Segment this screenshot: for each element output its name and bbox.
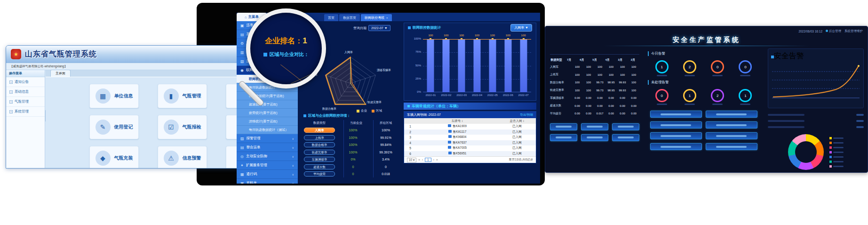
action-button[interactable] bbox=[550, 123, 577, 130]
legend-label-placeholder bbox=[833, 156, 844, 158]
metric-pill-button[interactable]: 平均疲劳 bbox=[304, 171, 335, 177]
nav-item[interactable]: ◎ 主动安全防御 ∨ bbox=[237, 152, 298, 161]
legend-item bbox=[829, 142, 844, 144]
vehicle-detail-tab[interactable]: 车辆入网明细 -2022-07 bbox=[407, 112, 441, 117]
action-button[interactable] bbox=[650, 132, 702, 139]
monthly-header-cell: 2月 bbox=[627, 58, 639, 62]
workspace-tab[interactable]: 首页 bbox=[324, 14, 338, 21]
submenu-item[interactable]: 疲劳统计(基于运政) bbox=[237, 109, 298, 117]
metric-pill-button[interactable]: 超速次数 bbox=[304, 164, 335, 169]
expand-plus-icon[interactable]: + bbox=[9, 110, 13, 113]
active-workspace-tab[interactable]: 联网联控考核 × bbox=[361, 14, 392, 21]
table-row[interactable]: 3 鲁K96804 已入网 bbox=[404, 135, 536, 140]
tab-strip: 主界面 bbox=[46, 70, 263, 77]
title-bar: ★ 山东省气瓶管理系统 bbox=[6, 46, 263, 63]
metric-label: 上线车 bbox=[550, 72, 572, 77]
action-button[interactable] bbox=[650, 143, 702, 150]
region-value: 99.84% bbox=[371, 143, 400, 146]
metric-pill-button[interactable]: 上线率 bbox=[304, 135, 335, 140]
table-row[interactable]: 1 鲁KA1909 已入网 bbox=[404, 124, 536, 129]
ring-gauge: 2 bbox=[683, 60, 696, 73]
bar bbox=[458, 40, 465, 92]
dashboard-body: 数据类型7月6月5月4月3月2月 入网车 100 100 100 100 100 bbox=[550, 48, 864, 169]
submenu-item[interactable]: 轨迹数据统计(基于运政) bbox=[237, 92, 298, 100]
table-row[interactable]: 4 鲁KA7637 已入网 bbox=[404, 140, 536, 146]
action-button[interactable] bbox=[612, 123, 639, 130]
module-tile-icon: ⚠ bbox=[164, 151, 179, 166]
date-select[interactable]: 2022-07 ▼ bbox=[368, 25, 390, 31]
workspace-tab[interactable]: 数据首页 bbox=[339, 14, 360, 21]
table-row[interactable]: 5 鲁KA7005 已入网 bbox=[404, 145, 536, 151]
square-bullet-icon bbox=[263, 53, 267, 56]
status-column-header[interactable]: 是否入网 ↕ bbox=[498, 119, 536, 123]
table-row: 数据合格率 100 100 99.73 98.95 99.93 100 bbox=[550, 79, 639, 87]
ring-value: 2 bbox=[689, 65, 691, 69]
metric-pill-button[interactable]: 数据合格率 bbox=[304, 142, 335, 147]
next-page-button[interactable]: › bbox=[433, 158, 434, 161]
metric-pill-button[interactable]: 入网率 bbox=[304, 128, 335, 133]
vehicle-section-title: 车辆常规统计（单位：车辆） bbox=[412, 104, 461, 109]
page-size-select[interactable]: 10 ▾ bbox=[407, 158, 416, 162]
nav-item[interactable]: ✦ 扩展服务管理 ∨ bbox=[237, 161, 298, 170]
metric-dropdown[interactable]: 入网率 ▼ bbox=[510, 24, 532, 32]
nav-item[interactable]: ▤ 整合运单 ∨ bbox=[237, 143, 298, 152]
x-tick-label: 2022-03 bbox=[454, 94, 470, 96]
module-tile[interactable]: ◆ 气瓶充装 bbox=[89, 146, 139, 169]
prev-page-button[interactable]: ‹ bbox=[422, 158, 423, 161]
last-page-button[interactable]: » bbox=[436, 158, 438, 161]
submenu-item[interactable]: 漂移统计(基于运政) bbox=[237, 117, 298, 126]
module-tile[interactable]: ▮ 气瓶管理 bbox=[158, 84, 207, 108]
submenu-item[interactable]: 超速统计(基于运政) bbox=[237, 100, 298, 109]
sidebar-menu-item[interactable]: + 基础信息 bbox=[6, 87, 45, 97]
ring-gauge: 1 bbox=[683, 89, 696, 102]
expand-plus-icon[interactable]: + bbox=[9, 100, 13, 104]
action-button[interactable] bbox=[650, 121, 702, 129]
region-value: 99.391% bbox=[371, 151, 400, 154]
first-page-button[interactable]: « bbox=[418, 158, 420, 161]
module-tile[interactable]: ☑ 气瓶报检 bbox=[158, 115, 207, 139]
donut-legend bbox=[829, 137, 844, 168]
cell-value: 0.00 bbox=[605, 104, 617, 107]
region-value: 99.91% bbox=[371, 136, 400, 139]
tab-main-view[interactable]: 主界面 bbox=[50, 70, 71, 77]
plate-column-header[interactable]: 车牌号 ↕ bbox=[416, 119, 498, 123]
action-button[interactable] bbox=[550, 134, 577, 141]
radar-axis-label: 入网率 bbox=[344, 50, 353, 55]
metric-pill-button[interactable]: 车辆漂移率 bbox=[304, 157, 335, 162]
action-button[interactable] bbox=[706, 111, 757, 118]
query-date-label: 查询日期 bbox=[353, 26, 366, 31]
export-button[interactable]: 导出明细 bbox=[520, 112, 533, 117]
monthly-header-cell: 3月 bbox=[614, 58, 627, 62]
metric-pill-button[interactable]: 轨迹完整率 bbox=[304, 150, 335, 155]
admin-menu[interactable]: 后台管理 bbox=[826, 29, 841, 33]
action-button[interactable] bbox=[706, 121, 757, 129]
action-button[interactable] bbox=[650, 111, 702, 118]
action-button[interactable] bbox=[612, 134, 639, 141]
ring-label-placeholder bbox=[740, 104, 750, 105]
table-row[interactable]: 2 鲁KA1117 已入网 bbox=[404, 129, 536, 135]
section-pending-alerts: 未处理告警 bbox=[648, 80, 759, 85]
system-maintenance-menu[interactable]: 系统管理维护 bbox=[844, 29, 863, 33]
sidebar-menu-item[interactable]: + 气瓶管理 bbox=[6, 97, 45, 107]
action-button[interactable] bbox=[706, 143, 757, 150]
action-button[interactable] bbox=[581, 134, 608, 141]
sidebar-menu-item[interactable]: + 系统管理 bbox=[6, 107, 45, 117]
module-tile[interactable]: ✎ 使用登记 bbox=[89, 115, 139, 139]
table-row[interactable]: 6 鲁K56951 已入网 bbox=[404, 151, 536, 157]
nav-item[interactable]: ▣ 资料库 ∨ bbox=[237, 179, 298, 184]
sidebar-menu-item[interactable]: + 通知公告 bbox=[6, 77, 45, 87]
expand-plus-icon[interactable]: + bbox=[9, 80, 13, 84]
close-tab-icon[interactable]: × bbox=[386, 16, 388, 19]
submenu-item[interactable]: 每日轨迹数据统计（测试） bbox=[237, 126, 298, 134]
nav-item[interactable]: ▨ 报警管理 ∨ bbox=[237, 134, 298, 143]
page-number-input[interactable]: 1 bbox=[425, 158, 431, 162]
action-button[interactable] bbox=[706, 132, 757, 139]
monthly-header-cell: 5月 bbox=[588, 58, 601, 62]
region-value: 3.4% bbox=[371, 158, 400, 161]
module-tile[interactable]: ▦ 单位信息 bbox=[89, 84, 139, 108]
action-button[interactable] bbox=[581, 123, 608, 130]
expand-plus-icon[interactable]: + bbox=[9, 90, 13, 94]
y-tick-label: 50% bbox=[407, 64, 421, 77]
module-tile[interactable]: ⚠ 信息预警 bbox=[158, 146, 207, 169]
nav-item[interactable]: ▦ 通行码 ∨ bbox=[237, 170, 298, 179]
